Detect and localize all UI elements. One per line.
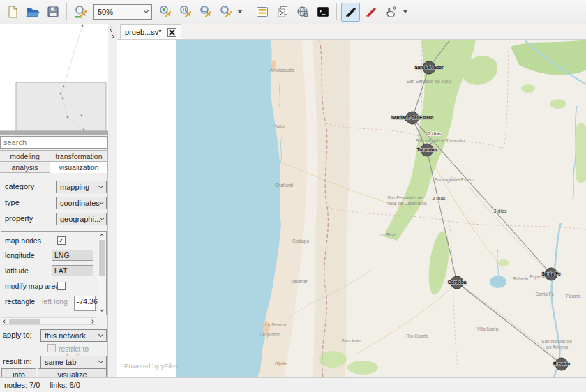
status-nodes-count: nodes: 7/0 — [4, 381, 40, 389]
task-tabs: modeling transformation analysis visuali… — [0, 151, 108, 174]
overview-node-dot — [60, 93, 62, 95]
document-tab-title: prueb...sv* — [125, 28, 162, 36]
close-icon — [169, 29, 175, 36]
zoom-selection-icon — [198, 4, 213, 20]
property-value: geographi... — [60, 215, 100, 223]
type-select[interactable]: coordinates — [56, 197, 107, 209]
latitude-row: latitude LAT — [1, 265, 106, 276]
result-in-row: result in: same tab — [0, 356, 108, 368]
chevron-down-icon — [100, 216, 105, 220]
apply-to-select[interactable]: this network — [40, 329, 107, 342]
graph-node-label: Santiago del Estero — [391, 115, 434, 121]
zoom-tool-icon — [73, 4, 89, 20]
map-nodes-checkbox[interactable]: ✓ — [57, 236, 66, 245]
document-tab[interactable]: prueb...sv* — [120, 24, 181, 39]
toolbar-separator — [248, 3, 248, 20]
scroll-right-icon[interactable] — [90, 319, 94, 324]
rectangle-row: rectangle left long -74.36 — [1, 296, 106, 307]
left-long-input[interactable]: -74.36 — [74, 296, 96, 311]
graph-node-label: Santa Fe — [541, 271, 560, 276]
red-pen-icon — [364, 5, 378, 19]
property-row: property geographi... — [0, 213, 108, 225]
type-value: coordinates — [60, 199, 100, 207]
gesture-tool-button[interactable] — [382, 3, 400, 22]
graph-node-label: Córdoba — [448, 280, 467, 285]
graph-edge[interactable] — [427, 150, 457, 282]
scrollbar-thumb[interactable] — [99, 240, 105, 276]
status-links-count: links: 6/0 — [50, 381, 80, 389]
open-folder-icon — [26, 5, 40, 19]
panel-splitter[interactable] — [108, 24, 117, 377]
tab-transformation[interactable]: transformation — [50, 150, 108, 162]
map-nodes-label: map nodes — [5, 236, 41, 245]
longitude-field[interactable]: LNG — [52, 250, 93, 261]
longitude-label: longitude — [5, 251, 35, 259]
zoom-actual-size-button[interactable] — [176, 3, 195, 22]
tab-visualization[interactable]: visualization — [50, 161, 108, 173]
properties-icon — [255, 5, 269, 19]
search-input[interactable] — [0, 136, 108, 149]
zoom-fit-button[interactable] — [216, 3, 235, 22]
copy-network-view-icon — [276, 5, 290, 19]
latitude-field[interactable]: LAT — [52, 265, 93, 276]
tab-close-button[interactable] — [167, 28, 176, 37]
save-floppy-icon — [46, 5, 60, 19]
scroll-left-icon[interactable] — [3, 319, 7, 324]
map-nodes-row: map nodes ✓ — [1, 235, 106, 246]
longitude-row: longitude LNG — [1, 250, 106, 261]
graph-edge[interactable] — [457, 282, 562, 364]
apply-to-value: this network — [45, 331, 86, 340]
console-button[interactable] — [313, 3, 332, 22]
graph-edge[interactable] — [412, 68, 429, 118]
zoom-selection-button[interactable] — [196, 3, 215, 22]
collapse-left-icon[interactable] — [110, 28, 114, 33]
copy-network-view-button[interactable] — [273, 3, 292, 22]
scrollbar-thumb[interactable] — [9, 319, 40, 324]
zoom-tool-button[interactable] — [71, 3, 90, 22]
options-vertical-scrollbar[interactable] — [98, 232, 106, 315]
network-overview-panel[interactable] — [0, 24, 108, 131]
property-select[interactable]: geographi... — [56, 213, 107, 225]
result-in-select[interactable]: same tab — [40, 356, 107, 368]
overview-scroll-strip[interactable] — [0, 131, 108, 135]
new-file-button[interactable] — [3, 3, 22, 22]
modify-map-area-checkbox[interactable] — [57, 282, 66, 290]
category-select[interactable]: mapping — [56, 181, 107, 193]
graph-edge-label: 2 días — [432, 196, 446, 201]
save-button[interactable] — [43, 3, 62, 22]
type-label: type — [5, 198, 20, 206]
toolbar: 50% — [0, 0, 586, 24]
zoom-level-value: 50% — [98, 8, 113, 16]
tab-modeling[interactable]: modeling — [0, 150, 50, 162]
chevron-down-icon — [98, 332, 103, 337]
category-row: category mapping — [0, 181, 108, 193]
zoom-in-button[interactable] — [156, 3, 174, 22]
expand-right-icon[interactable] — [110, 34, 114, 39]
overview-node-dot — [83, 129, 85, 131]
sidebar: modeling transformation analysis visuali… — [0, 24, 108, 377]
tab-analysis[interactable]: analysis — [0, 161, 50, 173]
overview-viewport-rect[interactable] — [16, 82, 106, 130]
draw-pen-button[interactable] — [341, 3, 360, 22]
result-in-label: result in: — [3, 357, 32, 365]
web-export-button[interactable] — [293, 3, 312, 22]
toolbar-separator — [66, 3, 67, 20]
scroll-up-icon[interactable] — [100, 234, 104, 238]
chevron-down-icon — [98, 359, 103, 363]
properties-button[interactable] — [253, 3, 271, 22]
edit-pen-button[interactable] — [361, 3, 380, 22]
map-view[interactable]: AntofagastaTaltalChañaralCopiapóVallenar… — [117, 40, 586, 377]
gesture-options-caret[interactable] — [403, 10, 407, 13]
zoom-options-caret[interactable] — [238, 10, 242, 13]
mapping-options-panel: map nodes ✓ longitude LNG latitude LAT m… — [1, 231, 107, 315]
zoom-level-select[interactable]: 50% — [93, 4, 152, 20]
overview-edge — [63, 26, 82, 86]
console-icon — [316, 5, 330, 19]
options-horizontal-scrollbar[interactable] — [1, 317, 96, 325]
new-file-icon — [6, 5, 20, 19]
black-pen-icon — [344, 5, 358, 19]
open-file-button[interactable] — [23, 3, 42, 22]
restrict-to-selection-checkbox — [47, 344, 56, 352]
scroll-down-icon[interactable] — [100, 308, 104, 312]
map-attribution: Powered by yFiles — [124, 362, 179, 370]
